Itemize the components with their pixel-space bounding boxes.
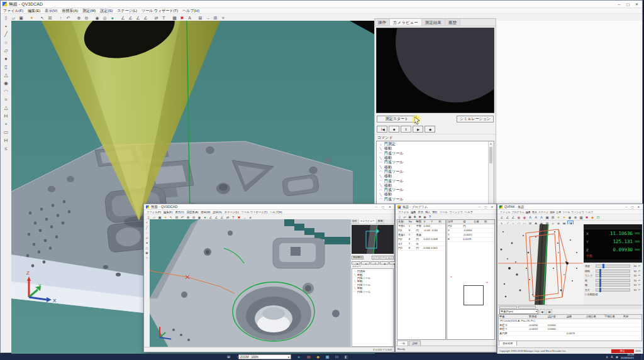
- camera-view[interactable]: [376, 28, 494, 113]
- command-list-scrollbar[interactable]: ▲▼: [488, 141, 494, 207]
- light-spinner[interactable]: ▴▾: [638, 280, 641, 281]
- toolbar-icon[interactable]: ∠: [511, 215, 516, 220]
- toolbar-icon[interactable]: ⊡: [596, 215, 601, 220]
- tab-history[interactable]: 履歴: [445, 19, 460, 26]
- taskbar-qv3dcad-task[interactable]: ⊡: [332, 354, 341, 360]
- minimize-button[interactable]: ─: [616, 3, 623, 6]
- command-item[interactable]: ◠円弧ツール: [379, 197, 488, 202]
- menu-item[interactable]: ステージ(L): [225, 210, 239, 214]
- taskbar-photos[interactable]: ▩: [323, 354, 332, 360]
- stop-button[interactable]: ■: [389, 126, 399, 133]
- live-camera-image[interactable]: [498, 224, 583, 305]
- toolbar-icon[interactable]: ▯: [397, 215, 402, 219]
- menu-item[interactable]: ヘルプ: [586, 210, 593, 214]
- pause-button[interactable]: II: [401, 126, 411, 133]
- menu-item[interactable]: 測定(M): [201, 210, 210, 214]
- step-first-button[interactable]: I◀: [377, 126, 387, 133]
- light-slider[interactable]: [596, 283, 630, 286]
- lens-tab[interactable]: [499, 306, 517, 308]
- toolbar-icon[interactable]: •: [145, 220, 150, 225]
- toolbar-icon[interactable]: ▣: [545, 215, 550, 220]
- result-table-pane[interactable]: 項目値公差判円1円X-0.0050Y-0.0022R0.0079 + +: [447, 219, 495, 340]
- maximize-button[interactable]: ▢: [380, 205, 386, 209]
- minimize-button[interactable]: ─: [624, 205, 628, 209]
- toolbar-icon[interactable]: ◉: [423, 215, 427, 219]
- tab-measure-results[interactable]: 測定結果: [499, 341, 517, 346]
- measure-start-button[interactable]: 測定開始: [352, 256, 364, 259]
- minimize-button[interactable]: ─: [374, 205, 379, 209]
- measure-start-button[interactable]: 測定スタート: [377, 116, 417, 123]
- toolbar-icon[interactable]: +: [2, 120, 10, 128]
- toolbar-icon[interactable]: ▱: [145, 235, 150, 240]
- tab-detail[interactable]: 詳細: [409, 341, 420, 346]
- result-filter-combobox[interactable]: 要素(Pgm)▾: [499, 309, 538, 314]
- toolbar-icon[interactable]: ≤: [2, 145, 10, 152]
- toolbar-icon[interactable]: △: [2, 104, 10, 111]
- toolbar-icon[interactable]: ▯: [2, 63, 10, 70]
- menu-item[interactable]: ステージ(L): [117, 8, 137, 14]
- title-bar[interactable]: 無題 - プログラム ─ ▢ ✕: [396, 204, 496, 210]
- taskbar-tray-expand[interactable]: ∧: [604, 354, 609, 360]
- maximize-button[interactable]: ▢: [625, 2, 631, 6]
- menu-item[interactable]: 挿入: [425, 210, 430, 214]
- toolbar-icon[interactable]: ●: [2, 55, 10, 62]
- auto-light-checkbox[interactable]: □ 自動照明: [584, 292, 642, 297]
- toolbar-icon[interactable]: ▭: [2, 128, 10, 136]
- zoom-combobox[interactable]: ZOOM : 100% ▾: [238, 354, 291, 359]
- toolbar-icon[interactable]: ✖: [418, 215, 422, 219]
- toolbar-icon[interactable]: ◉: [145, 250, 150, 255]
- maximize-button[interactable]: ▢: [630, 205, 635, 209]
- light-slider[interactable]: [596, 288, 630, 292]
- menu-item[interactable]: ヘルプ(H): [182, 8, 199, 14]
- taskbar-qvpak-task[interactable]: ◧: [341, 354, 351, 360]
- menu-item[interactable]: ファイル(F): [147, 210, 161, 214]
- menu-item[interactable]: ウィンドウ: [449, 210, 462, 214]
- tab-camera-view[interactable]: カメラビュー: [359, 219, 377, 224]
- menu-item[interactable]: 表示: [532, 210, 537, 214]
- menu-item[interactable]: プログラム: [511, 210, 524, 214]
- title-bar[interactable]: 無題 - QV3DCAD ─ ▢ ✕: [144, 204, 394, 210]
- command-item[interactable]: ◠円弧ツール: [379, 170, 488, 174]
- tab-list[interactable]: 一覧: [397, 341, 408, 346]
- light-spinner[interactable]: ▴▾: [638, 289, 641, 291]
- menu-item[interactable]: 編集: [526, 210, 531, 214]
- light-spinner[interactable]: ▴▾: [638, 284, 641, 286]
- tab-operation[interactable]: 操作: [375, 19, 390, 26]
- close-button[interactable]: ✕: [636, 205, 641, 209]
- menu-item[interactable]: ファイル: [500, 210, 510, 214]
- feature-list-table[interactable]: 名称No種類XY判平面11平面0.002円18円-0.005-0.002直線12…: [397, 219, 446, 340]
- menu-item[interactable]: ツール ウィザード(T): [241, 210, 267, 214]
- menu-item[interactable]: 座標系(A): [187, 210, 199, 214]
- tab-operation[interactable]: 操作: [351, 219, 359, 224]
- play-button[interactable]: ▶: [413, 126, 423, 133]
- taskbar-edge-browser[interactable]: e: [294, 354, 304, 360]
- command-item[interactable]: ◠円弧ツール: [379, 151, 488, 156]
- toolbar-icon[interactable]: ≈: [2, 95, 10, 103]
- light-slider[interactable]: [596, 274, 630, 277]
- menu-item[interactable]: 編集(E): [28, 8, 40, 14]
- toolbar-icon[interactable]: ◉: [567, 215, 572, 220]
- toolbar-icon[interactable]: ⊕: [573, 215, 578, 220]
- close-button[interactable]: ✕: [633, 2, 640, 6]
- play-button[interactable]: ▶: [380, 261, 389, 265]
- toolbar-icon[interactable]: ?: [428, 215, 432, 219]
- toolbar-icon[interactable]: •: [2, 22, 10, 30]
- toolbar-icon[interactable]: ∠: [505, 215, 510, 220]
- toolbar-icon[interactable]: ●: [145, 240, 150, 245]
- taskbar-ime-indicator[interactable]: A: [609, 354, 614, 360]
- tab-camera-view[interactable]: カメラビュー: [390, 19, 422, 26]
- taskbar-app-yellow[interactable]: ◆: [313, 354, 323, 360]
- toolbar-icon[interactable]: ╱: [145, 225, 150, 230]
- menu-item[interactable]: ウィンドウ: [571, 210, 584, 214]
- light-spinner[interactable]: ▴▾: [638, 265, 641, 267]
- toolbar-icon[interactable]: ▦: [579, 215, 584, 220]
- toolbar-icon[interactable]: ≈: [145, 255, 150, 260]
- title-bar[interactable]: QVPAK - 無題 ─ ▢ ✕: [497, 204, 643, 210]
- toolbar-icon[interactable]: △: [2, 71, 10, 79]
- step-button[interactable]: ◆: [425, 126, 435, 133]
- toolbar-icon[interactable]: ╱: [2, 30, 10, 38]
- measure-results-table[interactable]: 要素実測値設計値誤差上限公差下限公差判定円 Circle(X120-A, Pos…: [498, 314, 642, 341]
- tool-anchor-point[interactable]: [566, 262, 569, 265]
- camera-view[interactable]: [352, 225, 394, 254]
- maximize-button[interactable]: ▢: [484, 205, 488, 209]
